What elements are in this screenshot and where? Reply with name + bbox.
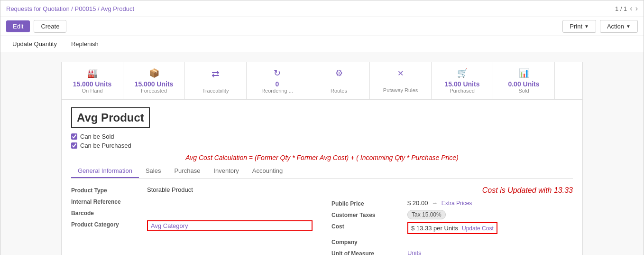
avg-cost-formula: Avg Cost Calculation = (Former Qty * For… <box>71 154 573 161</box>
traceability-label: Traceability <box>202 88 229 94</box>
units-sold-icon: 📊 <box>519 68 529 78</box>
smart-btn-routes[interactable]: ⚙ Routes <box>308 62 370 99</box>
field-cost: Cost $ 13.33 per Units Update Cost <box>331 222 573 234</box>
internal-reference-label: Internal Reference <box>71 198 147 205</box>
field-barcode: Barcode <box>71 209 313 217</box>
update-cost-link[interactable]: Update Cost <box>462 225 494 232</box>
unit-of-measure-value[interactable]: Units <box>407 249 573 255</box>
barcode-label: Barcode <box>71 209 147 217</box>
on-hand-label: On Hand <box>82 88 102 94</box>
cost-label: Cost <box>331 222 407 230</box>
reordering-icon: ↻ <box>274 68 281 78</box>
smart-btn-units-sold[interactable]: 📊 0.00 Units Sold <box>493 62 555 99</box>
routes-label: Routes <box>331 88 347 94</box>
public-price-amount: $ 20.00 <box>407 199 428 207</box>
product-card: 🏭 15.000 Units On Hand 📦 15.000 Units Fo… <box>61 62 583 255</box>
company-label: Company <box>331 238 407 246</box>
product-name-box: Avg Product <box>71 107 150 128</box>
traceability-icon: ⇄ <box>212 68 220 79</box>
purchased-icon: 🛒 <box>457 68 468 78</box>
units-sold-label: Sold <box>518 88 529 94</box>
can-be-purchased-label: Can be Purchased <box>80 142 131 149</box>
can-be-sold-label: Can be Sold <box>80 133 114 140</box>
traceability-value <box>215 81 216 88</box>
unit-of-measure-label: Unit of Measure <box>331 249 407 255</box>
action-dropdown-arrow: ▼ <box>626 24 631 29</box>
action-label: Action <box>607 23 624 30</box>
breadcrumb-link-rfq[interactable]: Requests for Quotation <box>6 5 70 12</box>
replenish-button[interactable]: Replenish <box>65 38 105 50</box>
toolbar: Edit Create Print ▼ Action ▼ <box>0 17 644 36</box>
breadcrumb-bar: Requests for Quotation / P00015 / Avg Pr… <box>0 0 644 17</box>
cost-field-box: $ 13.33 per Units Update Cost <box>407 222 497 234</box>
smart-btn-on-hand[interactable]: 🏭 15.000 Units On Hand <box>62 62 123 99</box>
print-button[interactable]: Print ▼ <box>562 20 596 33</box>
smart-btn-forecasted[interactable]: 📦 15.000 Units Forecasted <box>123 62 185 99</box>
field-product-category: Product Category Avg Category <box>71 220 313 231</box>
tab-accounting[interactable]: Accounting <box>246 164 289 178</box>
edit-button[interactable]: Edit <box>6 20 30 32</box>
cost-updated-note: Cost is Updated with 13.33 <box>331 186 573 195</box>
on-hand-icon: 🏭 <box>87 68 98 78</box>
form-right-col: Cost is Updated with 13.33 Public Price … <box>331 186 573 255</box>
update-quantity-button[interactable]: Update Quantity <box>6 38 63 50</box>
on-hand-value: 15.000 Units <box>73 80 112 88</box>
breadcrumb: Requests for Quotation / P00015 / Avg Pr… <box>6 5 134 12</box>
tab-general-information[interactable]: General Information <box>71 164 139 178</box>
product-type-label: Product Type <box>71 186 147 194</box>
field-company: Company <box>331 238 573 246</box>
units-sold-value: 0.00 Units <box>508 80 539 88</box>
action-button[interactable]: Action ▼ <box>600 20 638 33</box>
sub-toolbar: Update Quantity Replenish <box>0 36 644 52</box>
reordering-value: 0 <box>276 80 279 88</box>
putaway-icon: ✕ <box>397 69 404 78</box>
product-body: Avg Product Can be Sold Can be Purchased… <box>62 100 582 255</box>
routes-icon: ⚙ <box>335 68 343 78</box>
field-customer-taxes: Customer Taxes Tax 15.00% <box>331 211 573 218</box>
purchased-value: 15.00 Units <box>445 80 480 88</box>
field-public-price: Public Price $ 20.00 → Extra Prices <box>331 199 573 207</box>
purchased-label: Purchased <box>450 88 475 94</box>
smart-btn-reordering[interactable]: ↻ 0 Reordering ... <box>247 62 308 99</box>
product-name: Avg Product <box>77 111 144 124</box>
reordering-label: Reordering ... <box>261 88 293 94</box>
customer-taxes-value: Tax 15.00% <box>407 211 573 218</box>
tab-sales[interactable]: Sales <box>139 164 168 178</box>
product-category-value[interactable]: Avg Category <box>147 220 313 231</box>
tabs: General Information Sales Purchase Inven… <box>71 164 573 179</box>
pagination: 1 / 1 ‹ › <box>615 4 638 13</box>
tab-purchase[interactable]: Purchase <box>167 164 207 178</box>
cost-amount: $ 13.33 per Units <box>411 225 458 232</box>
print-label: Print <box>570 23 582 30</box>
extra-prices-link[interactable]: Extra Prices <box>442 200 472 207</box>
smart-buttons-row: 🏭 15.000 Units On Hand 📦 15.000 Units Fo… <box>62 62 582 100</box>
prev-page-button[interactable]: ‹ <box>630 4 632 13</box>
putaway-value <box>400 80 402 87</box>
can-be-sold-checkbox[interactable] <box>71 133 77 140</box>
putaway-label: Putaway Rules <box>383 87 418 93</box>
pagination-display: 1 / 1 <box>615 5 627 12</box>
arrow-right-icon: → <box>432 199 438 207</box>
form-left-col: Product Type Storable Product Internal R… <box>71 186 313 255</box>
forecasted-value: 15.000 Units <box>135 80 174 88</box>
can-be-sold-row: Can be Sold <box>71 133 573 140</box>
cost-value: $ 13.33 per Units Update Cost <box>407 222 573 234</box>
product-type-value: Storable Product <box>147 186 313 193</box>
customer-taxes-label: Customer Taxes <box>331 211 407 218</box>
tax-badge: Tax 15.00% <box>407 210 446 219</box>
public-price-label: Public Price <box>331 199 407 207</box>
forecasted-label: Forecasted <box>141 88 167 94</box>
forecasted-icon: 📦 <box>149 68 159 78</box>
breadcrumb-link-po[interactable]: P00015 <box>75 5 96 12</box>
main-content: 🏭 15.000 Units On Hand 📦 15.000 Units Fo… <box>0 52 644 255</box>
smart-btn-putaway[interactable]: ✕ Putaway Rules <box>370 62 432 99</box>
can-be-purchased-checkbox[interactable] <box>71 142 77 149</box>
form-area: Product Type Storable Product Internal R… <box>71 186 573 255</box>
print-dropdown-arrow: ▼ <box>584 24 589 29</box>
smart-btn-traceability[interactable]: ⇄ Traceability <box>185 62 247 99</box>
tab-inventory[interactable]: Inventory <box>207 164 245 178</box>
next-page-button[interactable]: › <box>635 4 638 13</box>
create-button[interactable]: Create <box>34 20 66 33</box>
smart-btn-purchased[interactable]: 🛒 15.00 Units Purchased <box>432 62 493 99</box>
field-internal-reference: Internal Reference <box>71 198 313 205</box>
